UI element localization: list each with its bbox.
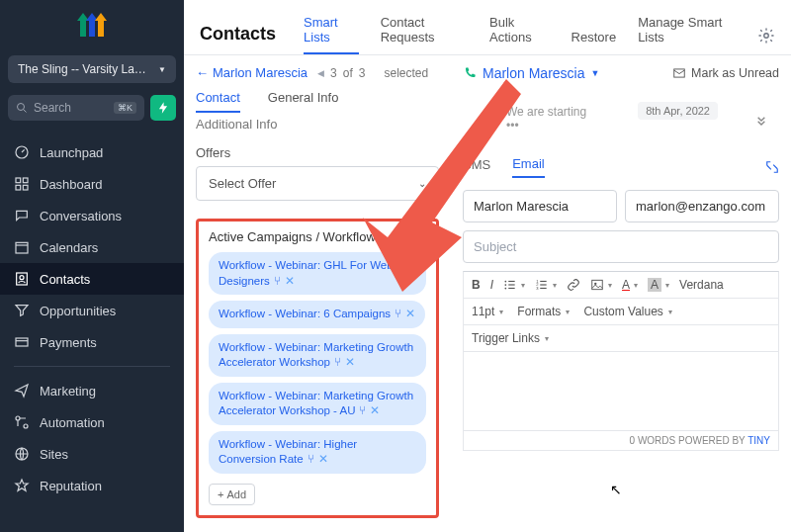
svg-point-20 <box>504 288 506 290</box>
formats-select[interactable]: Formats▾ <box>517 305 570 318</box>
campaign-chip[interactable]: Workflow - Webinar: 6 Campaigns⑂✕ <box>209 301 425 328</box>
message-preview: We are starting ••• 8th Apr, 2022 <box>506 105 779 133</box>
collapse-icon[interactable] <box>765 160 779 174</box>
sidebar-item-conversations[interactable]: Conversations <box>0 200 184 231</box>
sidebar-item-opportunities[interactable]: Opportunities <box>0 295 184 326</box>
pager-prev[interactable]: ◀ <box>317 68 324 78</box>
grid-icon <box>14 176 30 192</box>
search-shortcut: ⌘K <box>114 102 136 114</box>
add-campaign-button[interactable]: +Add <box>209 484 255 505</box>
sub-tab-additional-info[interactable]: Additional Info <box>196 117 439 132</box>
font-family-select[interactable]: Verdana <box>679 278 724 292</box>
sidebar-item-reputation[interactable]: Reputation <box>0 470 184 501</box>
svg-line-1 <box>24 110 27 113</box>
from-name-field[interactable]: Marlon Marescia <box>463 190 617 222</box>
remove-icon[interactable]: ✕ <box>345 356 355 368</box>
compose-tab-sms[interactable]: SMS <box>463 157 490 177</box>
italic-button[interactable]: I <box>490 278 493 292</box>
sidebar-item-label: Sites <box>40 447 68 462</box>
tab-manage-smart-lists[interactable]: Manage Smart Lists <box>638 15 736 54</box>
chat-icon <box>14 208 30 223</box>
settings-button[interactable] <box>757 27 775 44</box>
svg-point-10 <box>20 276 24 280</box>
sidebar-item-dashboard[interactable]: Dashboard <box>0 168 184 200</box>
gear-icon <box>757 27 775 44</box>
workflow-icon: ⑂ <box>274 275 281 287</box>
sidebar-item-contacts[interactable]: Contacts <box>0 263 184 295</box>
caret-down-icon: ▼ <box>590 68 599 78</box>
editor-toolbar-row2: 11pt▾ Formats▾ Custom Values▾ <box>463 299 779 325</box>
page-title: Contacts <box>200 24 276 44</box>
contact-detail-panel: ← Marlon Marescia ◀ 3 of 3 ▶ selected Co… <box>184 55 451 532</box>
nav: Launchpad Dashboard Conversations Calend… <box>0 136 184 532</box>
search-placeholder: Search <box>34 101 71 115</box>
tab-restore[interactable]: Restore <box>571 30 617 54</box>
sub-tab-general-info[interactable]: General Info <box>268 90 339 113</box>
bg-color-button[interactable]: A▾ <box>648 278 669 292</box>
tab-contact-requests[interactable]: Contact Requests <box>381 15 468 54</box>
editor-body[interactable] <box>463 352 779 431</box>
link-button[interactable] <box>567 278 580 292</box>
expand-icon[interactable] <box>753 115 769 131</box>
tab-smart-lists[interactable]: Smart Lists <box>304 15 359 54</box>
sidebar-item-label: Reputation <box>40 479 102 493</box>
from-email-field[interactable]: marlon@enzango.com <box>625 190 779 222</box>
chevron-down-icon: ▼ <box>158 65 166 74</box>
sidebar-item-sites[interactable]: Sites <box>0 438 184 470</box>
sidebar-item-label: Opportunities <box>40 304 116 318</box>
search-input[interactable]: Search ⌘K <box>8 95 144 121</box>
campaign-chip[interactable]: Workflow - Webinar: Higher Conversion Ra… <box>209 431 426 474</box>
back-label: Marlon Marescia <box>213 65 308 80</box>
remove-icon[interactable]: ✕ <box>370 404 380 416</box>
offer-select[interactable]: Select Offer ⌄ <box>196 166 439 201</box>
sidebar-item-launchpad[interactable]: Launchpad <box>0 136 184 168</box>
text-color-button[interactable]: A▾ <box>622 278 638 292</box>
custom-values-select[interactable]: Custom Values▾ <box>583 305 671 318</box>
image-button[interactable]: ▾ <box>590 278 612 292</box>
star-icon <box>14 478 30 493</box>
sidebar-item-automation[interactable]: Automation <box>0 406 184 438</box>
back-button[interactable]: ← Marlon Marescia <box>196 65 308 80</box>
sidebar-item-marketing[interactable]: Marketing <box>0 375 184 406</box>
sidebar-item-label: Automation <box>40 415 105 430</box>
remove-icon[interactable]: ✕ <box>318 453 328 465</box>
campaigns-title: Active Campaigns / Workflows <box>209 229 382 244</box>
workflow-icon: ⑂ <box>308 453 314 465</box>
campaign-chip[interactable]: Workflow - Webinar: Marketing Growth Acc… <box>209 383 426 425</box>
sidebar-item-label: Contacts <box>40 272 90 287</box>
plus-icon: + <box>218 488 223 500</box>
svg-text:3: 3 <box>536 286 539 291</box>
sidebar-item-label: Conversations <box>40 209 122 223</box>
remove-icon[interactable]: ✕ <box>285 275 295 287</box>
sidebar-item-calendars[interactable]: Calendars <box>0 231 184 263</box>
mark-unread-button[interactable]: Mark as Unread <box>672 66 779 80</box>
subject-field[interactable]: Subject <box>463 230 779 263</box>
compose-tab-email[interactable]: Email <box>512 156 545 178</box>
phone-icon <box>463 66 477 80</box>
campaign-chip[interactable]: Workflow - Webinar: Marketing Growth Acc… <box>209 334 426 377</box>
bullet-list-button[interactable]: ▾ <box>503 278 525 292</box>
tiny-link[interactable]: TINY <box>747 435 770 446</box>
sub-tab-contact[interactable]: Contact <box>196 90 240 113</box>
chevron-down-icon[interactable]: ⌄ <box>418 231 426 242</box>
svg-rect-30 <box>592 280 603 289</box>
sidebar-item-label: Launchpad <box>40 145 103 160</box>
arrow-left-icon: ← <box>196 65 209 80</box>
number-list-button[interactable]: 123▾ <box>535 278 557 292</box>
font-size-select[interactable]: 11pt▾ <box>472 305 503 318</box>
trigger-links-select[interactable]: Trigger Links▾ <box>472 331 549 345</box>
funnel-icon <box>14 303 30 318</box>
tab-bulk-actions[interactable]: Bulk Actions <box>489 15 550 54</box>
globe-icon <box>14 446 30 462</box>
workspace-selector[interactable]: The Sling -- Varsity La… ▼ <box>8 55 176 83</box>
campaign-chip[interactable]: Workflow - Webinar: GHL For Web Designer… <box>209 252 426 295</box>
refresh-button[interactable] <box>150 95 176 121</box>
send-icon <box>14 383 30 399</box>
contact-name-link[interactable]: Marlon Marescia ▼ <box>463 65 599 81</box>
bold-button[interactable]: B <box>472 278 481 292</box>
offer-placeholder: Select Offer <box>209 176 276 191</box>
sidebar-item-payments[interactable]: Payments <box>0 326 184 358</box>
svg-point-18 <box>504 281 506 283</box>
editor-toolbar: B I ▾ 123▾ ▾ A▾ A▾ Verdana <box>463 271 779 299</box>
remove-icon[interactable]: ✕ <box>405 308 415 319</box>
